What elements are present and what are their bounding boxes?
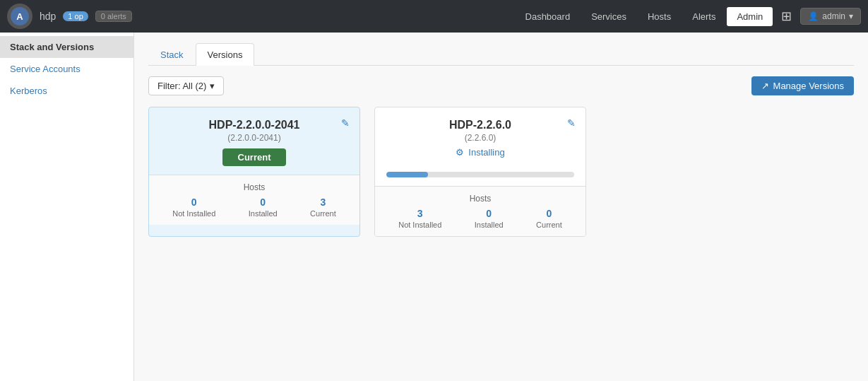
- tabs-bar: Stack Versions: [148, 43, 854, 66]
- alerts-badge[interactable]: 0 alerts: [95, 11, 132, 22]
- nav-alerts[interactable]: Alerts: [682, 7, 725, 26]
- sidebar-header: Stack and Versions: [0, 36, 133, 58]
- user-menu[interactable]: 👤 admin ▾: [800, 8, 861, 25]
- gear-icon: ⚙: [456, 147, 464, 158]
- external-link-icon: ↗: [761, 81, 769, 91]
- user-label: admin: [822, 11, 845, 21]
- main-layout: Stack and Versions Service Accounts Kerb…: [0, 33, 868, 381]
- svg-text:A: A: [16, 11, 23, 22]
- hosts-label: Hosts: [382, 194, 578, 204]
- op-badge[interactable]: 1 op: [63, 11, 88, 21]
- installing-text: Installing: [468, 147, 504, 158]
- content-area: Stack Versions Filter: All (2) ▾ ↗ Manag…: [134, 33, 868, 381]
- hosts-stats: 3 Not Installed 0 Installed 0 Current: [382, 208, 578, 229]
- tab-stack[interactable]: Stack: [148, 43, 196, 66]
- chevron-down-icon: ▾: [849, 11, 853, 21]
- card-header-hdp-2-2-6: HDP-2.2.6.0 (2.2.6.0) ✎ ⚙ Installing: [375, 107, 585, 166]
- card-subtitle: (2.2.0.0-2041): [160, 133, 348, 143]
- filter-button[interactable]: Filter: All (2) ▾: [148, 76, 224, 95]
- nav-services[interactable]: Services: [581, 7, 636, 26]
- stat-installed: 0 Installed: [475, 208, 504, 229]
- app-logo: A: [7, 4, 32, 29]
- nav-dashboard[interactable]: Dashboard: [516, 7, 581, 26]
- card-title: HDP-2.2.0.0-2041: [160, 119, 348, 131]
- version-cards: HDP-2.2.0.0-2041 (2.2.0.0-2041) ✎ Curren…: [148, 107, 854, 237]
- filter-label: Filter: All (2): [157, 81, 206, 91]
- edit-icon[interactable]: ✎: [567, 117, 576, 129]
- sidebar-item-kerberos[interactable]: Kerberos: [0, 80, 133, 102]
- tab-versions[interactable]: Versions: [196, 43, 255, 66]
- stat-current: 3 Current: [310, 197, 336, 218]
- stat-current: 0 Current: [536, 208, 562, 229]
- toolbar: Filter: All (2) ▾ ↗ Manage Versions: [148, 76, 854, 95]
- current-badge: Current: [222, 148, 287, 166]
- apps-grid-icon[interactable]: ⊞: [774, 4, 799, 28]
- card-title: HDP-2.2.6.0: [386, 119, 574, 131]
- user-icon: 👤: [808, 11, 819, 21]
- edit-icon[interactable]: ✎: [341, 117, 350, 129]
- hosts-label: Hosts: [156, 182, 352, 192]
- header: A hdp 1 op 0 alerts Dashboard Services H…: [0, 0, 868, 33]
- manage-versions-button[interactable]: ↗ Manage Versions: [751, 76, 854, 95]
- stat-not-installed: 3 Not Installed: [398, 208, 441, 229]
- nav-admin[interactable]: Admin: [727, 7, 773, 26]
- card-subtitle: (2.2.6.0): [386, 133, 574, 143]
- card-footer-hdp-2-2-6: Hosts 3 Not Installed 0 Installed 0 Curr: [375, 186, 585, 236]
- sidebar-item-service-accounts[interactable]: Service Accounts: [0, 58, 133, 80]
- progress-bar: [386, 172, 574, 177]
- main-nav: Dashboard Services Hosts Alerts Admin ⊞ …: [516, 4, 861, 28]
- version-card-hdp-2-2-6: HDP-2.2.6.0 (2.2.6.0) ✎ ⚙ Installing Hos…: [374, 107, 586, 237]
- installing-row: ⚙ Installing: [386, 147, 574, 158]
- nav-hosts[interactable]: Hosts: [638, 7, 681, 26]
- card-header-hdp-2-2-0: HDP-2.2.0.0-2041 (2.2.0.0-2041) ✎ Curren…: [149, 107, 359, 175]
- cluster-name: hdp: [40, 11, 56, 22]
- version-card-hdp-2-2-0: HDP-2.2.0.0-2041 (2.2.0.0-2041) ✎ Curren…: [148, 107, 360, 237]
- hosts-stats: 0 Not Installed 0 Installed 3 Current: [156, 197, 352, 218]
- chevron-down-icon: ▾: [210, 81, 215, 91]
- sidebar: Stack and Versions Service Accounts Kerb…: [0, 33, 134, 381]
- progress-fill: [386, 172, 428, 177]
- card-footer-hdp-2-2-0: Hosts 0 Not Installed 0 Installed 3 Curr: [149, 175, 359, 225]
- stat-installed: 0 Installed: [249, 197, 278, 218]
- stat-not-installed: 0 Not Installed: [172, 197, 215, 218]
